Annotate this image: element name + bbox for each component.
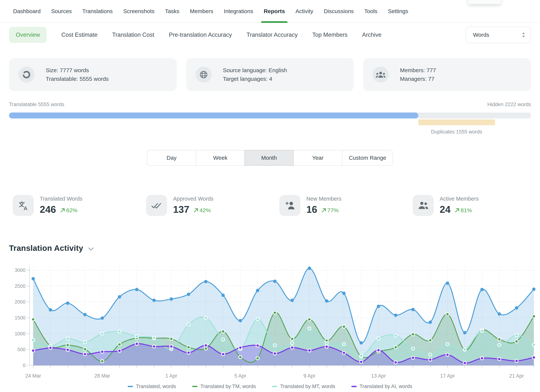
date-range-tabs: DayWeekMonthYearCustom Range [147,150,393,166]
report-tab-pre-translation-accuracy[interactable]: Pre-translation Accuracy [169,31,232,38]
report-tab-translator-accuracy[interactable]: Translator Accuracy [247,31,298,38]
unit-select-value: Words [473,32,489,38]
duplicates-label: Duplicates 1555 words [392,129,521,135]
person-add-icon [279,195,300,216]
range-tab-custom-range[interactable]: Custom Range [342,150,393,166]
hidden-words-label: Hidden 2222 words [487,102,531,107]
people-icon [413,195,434,216]
legend-label: Translated, words [136,384,176,389]
nav-item-dashboard[interactable]: Dashboard [13,0,41,23]
legend-swatch-icon [128,386,133,387]
card-line-1: Source language: English [223,66,287,74]
stat-delta: 42% [194,207,211,213]
nav-item-sources[interactable]: Sources [51,0,72,23]
svg-text:13 Apr: 13 Apr [371,373,386,379]
trend-up-icon [194,208,198,213]
legend-item-translated-by-mt-words[interactable]: Translated by MT, words [272,384,335,389]
translation-activity-chart[interactable]: 05001000150020002500300024 Mar28 Mar1 Ap… [0,263,540,383]
report-tab-top-members[interactable]: Top Members [312,31,347,38]
report-tab-cost-estimate[interactable]: Cost Estimate [61,31,98,38]
nav-item-members[interactable]: Members [190,0,213,23]
legend-label: Translated by AI, words [360,384,412,389]
trend-up-icon [321,208,326,213]
stat-value: 246 [40,204,56,215]
stat-translated-words: A Translated Words 246 62% [13,195,146,216]
svg-text:0: 0 [23,362,25,368]
words-breakdown-labels: Translatable 5555 words Hidden 2222 word… [9,102,531,107]
nav-item-settings[interactable]: Settings [388,0,408,23]
report-tab-overview[interactable]: Overview [9,27,47,43]
report-tabs: OverviewCost EstimateTranslation CostPre… [9,27,382,43]
svg-text:3000: 3000 [15,267,25,273]
range-tab-year[interactable]: Year [293,150,342,166]
svg-text:17 Apr: 17 Apr [440,373,455,379]
nav-item-activity[interactable]: Activity [295,0,313,23]
translation-activity-header: Translation Activity [9,244,94,253]
card-line-2: Target languages: 4 [223,74,287,83]
members-icon [373,67,389,83]
stat-label: Approved Words [173,196,213,202]
svg-text:2500: 2500 [15,283,25,289]
trend-up-icon [60,208,65,213]
stat-label: Active Members [440,196,479,202]
range-tab-day[interactable]: Day [147,150,196,166]
stat-label: New Members [306,196,341,202]
select-arrows-icon [522,32,525,38]
legend-label: Translated by MT, words [280,384,335,389]
card-line-1: Size: 7777 words [46,66,109,74]
report-tab-translation-cost[interactable]: Translation Cost [112,31,154,38]
legend-label: Translated by TM, words [200,384,256,389]
unit-select[interactable]: Words [465,27,531,43]
legend-swatch-icon [351,386,357,387]
translatable-bar [9,113,418,119]
nav-item-translations[interactable]: Translations [82,0,113,23]
legend-item-translated-by-tm-words[interactable]: Translated by TM, words [192,384,256,389]
chevron-down-icon[interactable] [88,247,94,251]
range-tab-week[interactable]: Week [196,150,245,166]
chart-legend: Translated, wordsTranslated by TM, words… [0,384,540,389]
svg-text:2000: 2000 [15,299,25,305]
stat-value: 24 [440,204,450,215]
reports-overview-page: DashboardSourcesTranslationsScreenshotsT… [0,0,540,392]
summary-card-source-language-english: Source language: English Target language… [186,58,354,91]
range-tab-month[interactable]: Month [245,150,294,166]
project-summary-cards: Size: 7777 words Translatable: 5555 word… [9,58,531,91]
report-tab-archive[interactable]: Archive [362,31,381,38]
svg-text:1 Apr: 1 Apr [165,373,177,379]
translate-icon: A [13,195,34,216]
main-nav: DashboardSourcesTranslationsScreenshotsT… [0,0,540,23]
summary-card-size-7777-words: Size: 7777 words Translatable: 5555 word… [9,58,177,91]
stat-approved-words: Approved Words 137 42% [146,195,279,216]
progress-ring-icon [18,67,35,83]
card-line-1: Members: 777 [400,66,436,74]
nav-item-integrations[interactable]: Integrations [224,0,253,23]
section-title: Translation Activity [9,244,83,253]
svg-text:28 Mar: 28 Mar [94,373,110,379]
nav-item-discussions[interactable]: Discussions [324,0,354,23]
nav-item-tasks[interactable]: Tasks [165,0,180,23]
nav-item-tools[interactable]: Tools [364,0,377,23]
svg-text:A: A [24,205,27,211]
duplicates-bar [418,119,495,125]
stat-active-members: Active Members 24 81% [413,195,540,216]
card-line-2: Managers: 77 [400,74,436,83]
stat-new-members: New Members 16 77% [279,195,413,216]
svg-text:500: 500 [17,347,25,352]
svg-text:24 Mar: 24 Mar [25,373,41,379]
summary-card-members-777: Members: 777 Managers: 77 [363,58,531,91]
svg-text:9 Apr: 9 Apr [304,373,315,379]
nav-item-reports[interactable]: Reports [264,0,285,23]
translation-activity-chart-svg[interactable]: 05001000150020002500300024 Mar28 Mar1 Ap… [0,263,540,383]
svg-text:1000: 1000 [15,331,25,337]
translatable-words-label: Translatable 5555 words [9,102,64,107]
legend-item-translated-words[interactable]: Translated, words [128,384,176,389]
words-breakdown-bar: Duplicates 1555 words [9,113,531,137]
stat-delta: 81% [455,207,472,213]
svg-text:1500: 1500 [15,315,25,321]
kpi-stats-row: A Translated Words 246 62% [13,195,540,216]
nav-item-screenshots[interactable]: Screenshots [123,0,155,23]
stat-delta: 77% [321,207,339,213]
card-line-2: Translatable: 5555 words [46,74,109,83]
legend-item-translated-by-ai-words[interactable]: Translated by AI, words [351,384,412,389]
globe-icon [195,67,212,83]
